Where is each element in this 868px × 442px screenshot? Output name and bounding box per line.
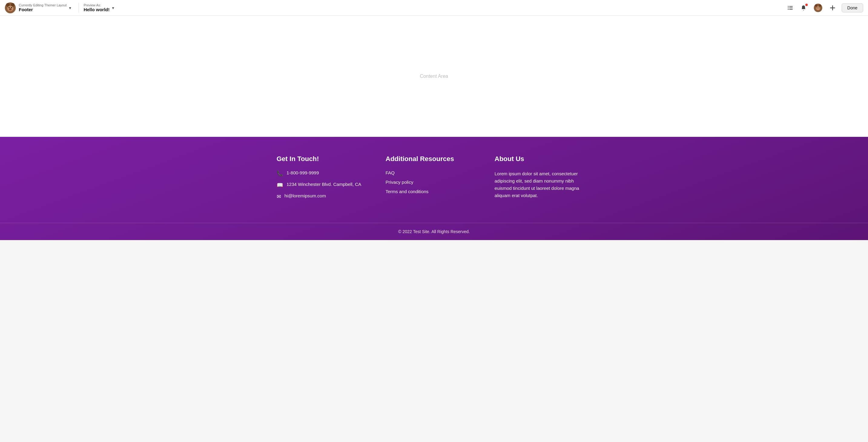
topbar-right-actions: Done	[786, 2, 863, 13]
preview-value: Hello world!	[84, 7, 110, 12]
about-us-text: Lorem ipsum dolor sit amet, consectetuer…	[495, 170, 592, 199]
preview-chevron-icon[interactable]: ▾	[112, 5, 114, 10]
footer-get-in-touch: Get In Touch! 📞 1-800-999-9999 📖 1234 Wi…	[277, 155, 374, 204]
svg-rect-10	[788, 7, 789, 8]
svg-point-16	[819, 4, 821, 7]
svg-point-7	[9, 8, 11, 10]
plus-icon	[830, 5, 836, 11]
notification-badge	[805, 4, 808, 6]
footer-email-item: ✉ hi@loremipsum.com	[277, 193, 374, 200]
content-area-label: Content Area	[420, 73, 448, 79]
editing-label: Currently Editing Themer Layout	[19, 3, 67, 7]
about-us-title: About Us	[495, 155, 592, 163]
footer-address-item: 📖 1234 Winchester Blvd. Campbell, CA	[277, 182, 374, 188]
get-in-touch-title: Get In Touch!	[277, 155, 374, 163]
footer: Get In Touch! 📞 1-800-999-9999 📖 1234 Wi…	[0, 137, 868, 240]
svg-point-17	[816, 6, 820, 10]
editing-chevron-icon[interactable]: ▾	[69, 5, 71, 10]
svg-point-19	[818, 7, 819, 8]
svg-rect-11	[789, 7, 793, 8]
footer-address: 1234 Winchester Blvd. Campbell, CA	[287, 182, 362, 187]
map-icon: 📖	[277, 182, 283, 188]
svg-point-15	[815, 4, 817, 7]
topbar-divider	[79, 3, 79, 13]
footer-about-us: About Us Lorem ipsum dolor sit amet, con…	[495, 155, 592, 204]
editing-value: Footer	[19, 7, 67, 12]
footer-link-faq[interactable]: FAQ	[386, 170, 483, 175]
footer-phone-item: 📞 1-800-999-9999	[277, 170, 374, 177]
list-icon-button[interactable]	[786, 4, 795, 12]
svg-point-5	[8, 7, 10, 8]
done-button[interactable]: Done	[842, 3, 863, 12]
add-button[interactable]	[828, 4, 837, 12]
app-logo	[5, 2, 16, 13]
additional-resources-title: Additional Resources	[386, 155, 483, 163]
email-icon: ✉	[277, 193, 281, 200]
currently-editing-section: Currently Editing Themer Layout Footer	[19, 3, 67, 12]
preview-label: Preview As:	[84, 3, 110, 7]
preview-as-section: Preview As: Hello world!	[84, 3, 110, 12]
footer-email: hi@loremipsum.com	[285, 193, 326, 198]
svg-point-6	[11, 7, 12, 8]
footer-link-terms[interactable]: Terms and conditions	[386, 189, 483, 194]
svg-rect-9	[789, 6, 793, 7]
footer-copyright: © 2022 Test Site. All Rights Reserved.	[0, 223, 868, 240]
user-avatar-icon	[814, 4, 822, 12]
svg-point-18	[816, 7, 817, 8]
footer-additional-resources: Additional Resources FAQ Privacy policy …	[386, 155, 483, 204]
footer-phone: 1-800-999-9999	[287, 170, 319, 175]
phone-icon: 📞	[277, 170, 283, 177]
copyright-text: © 2022 Test Site. All Rights Reserved.	[398, 229, 470, 234]
list-icon	[787, 5, 793, 11]
footer-inner: Get In Touch! 📞 1-800-999-9999 📖 1234 Wi…	[252, 155, 616, 223]
svg-rect-8	[788, 6, 789, 7]
footer-link-privacy[interactable]: Privacy policy	[386, 180, 483, 185]
content-area: Content Area	[0, 16, 868, 137]
svg-rect-13	[789, 9, 793, 10]
topbar: Currently Editing Themer Layout Footer ▾…	[0, 0, 868, 16]
svg-rect-12	[788, 9, 789, 10]
avatar-button[interactable]	[813, 2, 824, 13]
notification-button[interactable]	[799, 4, 808, 12]
